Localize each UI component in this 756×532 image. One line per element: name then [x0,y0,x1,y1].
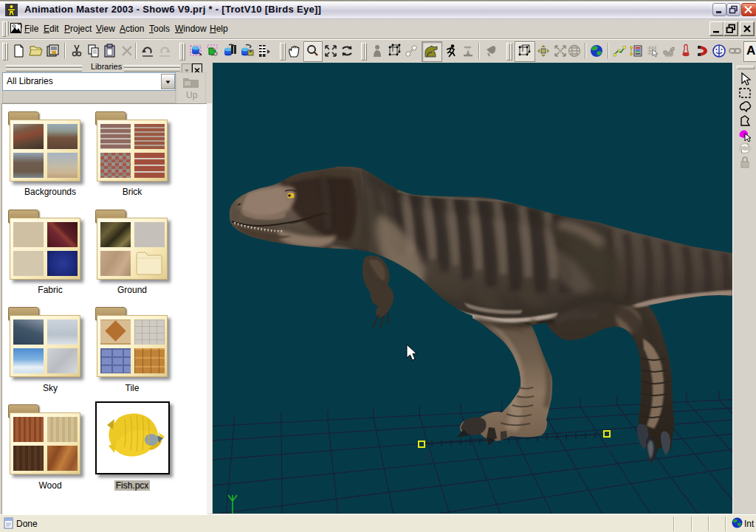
svg-text:20: 20 [424,452,433,461]
svg-text:0: 0 [606,442,611,451]
